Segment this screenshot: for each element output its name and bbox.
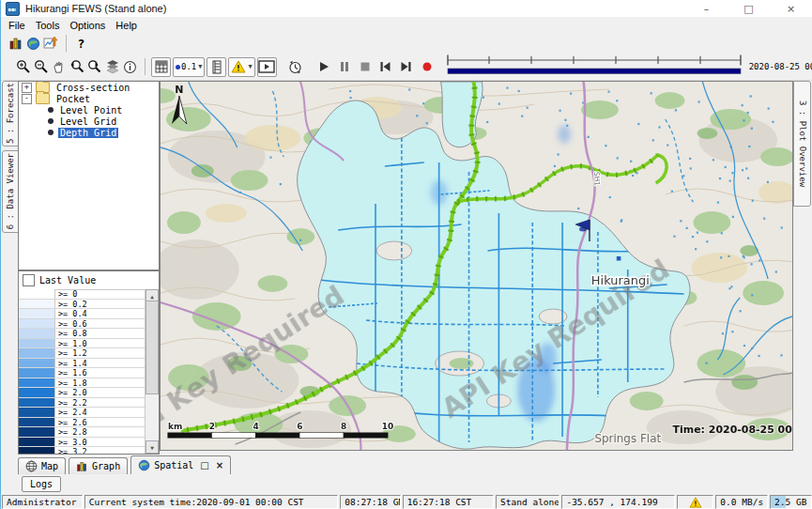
- scrollbar-thumb[interactable]: [146, 301, 159, 394]
- current-time-label: 2020-08-25 00:00:00 CST: [749, 62, 812, 71]
- grid-threshold-dropdown[interactable]: 0.1 ▼: [173, 57, 205, 77]
- menu-file[interactable]: File: [6, 19, 33, 32]
- legend-row[interactable]: >= 2.8: [19, 427, 146, 438]
- status-network-speed: 0.0 MB/s: [715, 495, 768, 509]
- legend-row[interactable]: >= 1.0: [19, 339, 146, 349]
- layers-icon[interactable]: [103, 58, 121, 76]
- legend-row[interactable]: >= 3.2: [19, 447, 146, 454]
- tab-data-viewer[interactable]: 6 : Data Viewer: [2, 150, 19, 233]
- legend-row[interactable]: >= 2.2: [19, 398, 146, 409]
- tab-plot-overview[interactable]: 3 : Plot Overview: [793, 81, 811, 207]
- spatial-map[interactable]: API Key Required API Key Required Hikura…: [160, 81, 793, 451]
- status-warning[interactable]: [677, 495, 713, 509]
- legend-row[interactable]: >= 0.8: [19, 329, 146, 339]
- legend-color-swatch: [19, 388, 55, 397]
- thresholds-warning-dropdown[interactable]: ▼: [228, 57, 254, 77]
- legend-color-swatch: [19, 359, 55, 368]
- tree-expander-icon[interactable]: -: [22, 94, 32, 104]
- tree-expander-icon[interactable]: +: [22, 83, 32, 93]
- help-button[interactable]: ?: [72, 35, 90, 53]
- time-settings-icon[interactable]: [286, 58, 304, 76]
- status-gmt-time: 08:27:18 GMT: [340, 495, 400, 509]
- svg-text:2: 2: [209, 422, 215, 431]
- logs-button[interactable]: Logs: [22, 476, 61, 492]
- legend-row[interactable]: >= 1.4: [19, 359, 146, 369]
- legend-scrollbar[interactable]: ▲ ▼: [145, 289, 159, 454]
- menu-bar: File Tools Options Help: [1, 17, 812, 33]
- station-dot[interactable]: [617, 256, 620, 261]
- legend-class-label: >= 2.6: [55, 418, 87, 427]
- legend-class-label: >= 3.0: [55, 438, 87, 447]
- legend-class-label: >= 3.2: [55, 447, 87, 454]
- zoom-previous-icon[interactable]: [68, 58, 85, 76]
- parameter-tree: +Cross-section-PocketLevel PointLevel Gr…: [18, 81, 160, 270]
- tab-graph[interactable]: Graph: [69, 457, 128, 474]
- app-logo-icon: [6, 2, 20, 16]
- globe-icon[interactable]: [24, 35, 42, 53]
- menu-tools[interactable]: Tools: [33, 19, 68, 32]
- app-window: Hikurangi FEWS (Stand alone) – □ × File …: [0, 0, 812, 509]
- tab-forecast[interactable]: 5 : Forecast: [2, 81, 19, 147]
- grid-display-button[interactable]: [151, 57, 171, 77]
- legend-row[interactable]: >= 0.2: [19, 300, 146, 310]
- tree-item-level-grid[interactable]: Level Grid: [19, 116, 159, 127]
- record-button[interactable]: [417, 58, 437, 76]
- step-forward-button[interactable]: [396, 58, 417, 76]
- legend-row[interactable]: >= 2.4: [19, 408, 146, 418]
- legend-class-label: >= 1.0: [55, 339, 87, 348]
- logs-chart-icon[interactable]: [7, 35, 24, 53]
- menu-options[interactable]: Options: [67, 19, 113, 32]
- legend-row[interactable]: >= 1.8: [19, 378, 146, 389]
- legend-class-label: >= 1.8: [55, 378, 87, 388]
- zoom-out-icon[interactable]: [32, 58, 50, 76]
- tree-item-pocket[interactable]: -Pocket: [19, 93, 159, 104]
- stop-button[interactable]: [355, 58, 375, 76]
- restore-panel-icon[interactable]: □: [200, 460, 208, 470]
- zoom-in-icon[interactable]: [14, 58, 32, 76]
- last-value-checkbox[interactable]: [23, 274, 35, 286]
- legend-row[interactable]: >= 2.0: [19, 388, 146, 398]
- legend-row[interactable]: >= 2.6: [19, 418, 146, 428]
- animation-button[interactable]: [257, 57, 277, 77]
- pause-button[interactable]: [334, 58, 355, 76]
- play-button[interactable]: [314, 58, 334, 76]
- legend-row[interactable]: >= 0.6: [19, 319, 146, 330]
- timeline-slider[interactable]: [445, 54, 743, 80]
- maximize-button[interactable]: □: [728, 0, 770, 17]
- close-button[interactable]: ×: [770, 0, 812, 17]
- spatial-display-icon[interactable]: [42, 35, 60, 53]
- tab-map[interactable]: Map: [18, 457, 66, 474]
- minimize-button[interactable]: –: [685, 0, 728, 17]
- legend-row[interactable]: >= 1.6: [19, 368, 146, 378]
- legend-row[interactable]: >= 3.0: [19, 438, 146, 448]
- road-label: SH1: [592, 172, 602, 187]
- status-user: Administrator: [2, 495, 83, 509]
- legend-color-swatch: [19, 339, 55, 348]
- close-panel-icon[interactable]: ×: [216, 460, 223, 470]
- status-bar: Administrator Current system time:2020-0…: [1, 494, 812, 509]
- status-system-time: Current system time:2020-09-01 00:00 CST: [84, 495, 338, 509]
- tree-item-depth-grid[interactable]: Depth Grid: [19, 127, 159, 138]
- step-back-button[interactable]: [375, 58, 396, 76]
- zoom-next-icon[interactable]: [85, 58, 103, 76]
- legend-row[interactable]: >= 0: [19, 289, 146, 300]
- toolbar-separator: [66, 35, 67, 52]
- threshold-dot-icon: [176, 65, 180, 69]
- tree-item-level-point[interactable]: Level Point: [19, 104, 159, 116]
- tab-spatial[interactable]: Spatial □ ×: [130, 455, 231, 474]
- menu-help[interactable]: Help: [113, 19, 145, 32]
- info-icon[interactable]: [121, 58, 139, 76]
- map-time-label: Time: 2020-08-25 00:00:00 CST: [673, 424, 792, 436]
- profile-tool-button[interactable]: [207, 57, 226, 77]
- tree-item-label: Level Point: [58, 105, 124, 116]
- warning-triangle-icon: [231, 60, 246, 73]
- scroll-down-icon[interactable]: ▼: [146, 440, 159, 454]
- legend-color-swatch: [19, 408, 55, 417]
- logs-row: Logs: [1, 474, 812, 494]
- wire-globe-icon: [25, 460, 38, 472]
- legend-row[interactable]: >= 1.2: [19, 348, 146, 359]
- data-viewer-panel: +Cross-section-PocketLevel PointLevel Gr…: [18, 81, 160, 455]
- legend-color-swatch: [19, 329, 55, 338]
- pan-hand-icon[interactable]: [50, 58, 68, 76]
- legend-row[interactable]: >= 0.4: [19, 309, 146, 319]
